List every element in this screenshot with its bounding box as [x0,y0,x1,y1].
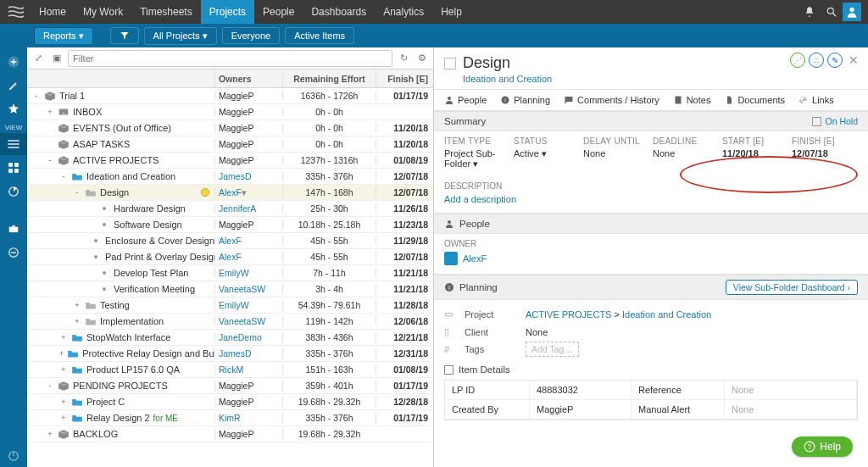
deadline-value[interactable]: None [653,148,719,170]
tree-row[interactable]: + Product LP157 6.0 QA RickM 151h - 163h… [27,362,433,378]
tab-planning[interactable]: iPlanning [500,95,550,105]
item-type-dropdown[interactable]: Project Sub-Folder ▾ [444,148,510,170]
rail-edit-icon[interactable] [0,75,27,97]
active-items-dropdown[interactable]: Active Items [285,27,354,44]
breadcrumb-ideation[interactable]: Ideation and Creation [622,309,711,320]
expand-toggle[interactable]: + [46,430,54,438]
expand-toggle[interactable]: - [46,156,54,164]
owner-link[interactable]: AlexF [219,187,242,197]
owner-link[interactable]: AlexF [219,236,242,246]
expand-toggle[interactable]: - [32,92,41,100]
user-avatar[interactable] [843,3,861,21]
rail-minus-icon[interactable] [0,242,27,264]
tree-row[interactable]: Verification Meeting VaneetaSW 3h - 4h 1… [27,281,433,297]
owner-link[interactable]: VaneetaSW [219,284,265,294]
tree-row[interactable]: Software Design MaggieP 10.18h - 25.18h … [27,217,433,233]
expand-toggle[interactable]: - [73,188,81,197]
nav-timesheets[interactable]: Timesheets [131,0,201,24]
expand-toggle[interactable]: + [59,349,64,358]
tree-row[interactable]: - Ideation and Creation JamesD 335h - 37… [27,169,433,185]
manual-alert-value[interactable]: None [725,400,857,420]
gear-icon[interactable]: ⚙ [415,51,430,66]
tab-people[interactable]: People [444,95,487,105]
breadcrumb-active-projects[interactable]: ACTIVE PROJECTS [526,309,611,320]
owner-link[interactable]: RickM [219,364,243,375]
nav-home[interactable]: Home [31,0,75,24]
edit-icon[interactable]: ✎ [827,53,843,68]
rail-list-icon[interactable] [0,133,27,155]
tree-row[interactable]: Enclosure & Cover Design AlexF 45h - 55h… [27,233,433,249]
tree-row[interactable]: + BACKLOG MaggieP 19.68h - 29.32h [27,426,433,442]
tree-row[interactable]: + StopWatch Interface JaneDemo 383h - 43… [27,330,433,346]
col-remaining[interactable]: Remaining Effort [282,69,376,87]
tree-row[interactable]: + INBOX MaggieP 0h - 0h [27,104,433,120]
expand-toggle[interactable]: - [59,172,68,181]
tree-row[interactable]: + Implementation VaneetaSW 119h - 142h 1… [27,314,433,330]
owner-link[interactable]: JenniferA [219,203,256,214]
view-dashboard-button[interactable]: View Sub-Folder Dashboard › [726,280,858,295]
all-projects-dropdown[interactable]: All Projects ▾ [144,27,217,45]
tab-notes[interactable]: Notes [673,95,711,105]
tab-comments[interactable]: Comments / History [564,95,659,105]
filter-funnel[interactable] [110,27,139,44]
tab-documents[interactable]: Documents [724,95,785,105]
rail-power-icon[interactable] [0,445,27,467]
tree-row[interactable]: + Relay Design 2 for ME KimR 335h - 376h… [27,410,433,426]
tree-row[interactable]: + Testing EmilyW 54.39h - 79.61h 11/28/1… [27,297,433,314]
nav-mywork[interactable]: My Work [75,0,131,24]
delay-until-value[interactable]: None [583,148,649,170]
share-icon[interactable]: ∴ [809,53,824,68]
nav-projects[interactable]: Projects [201,0,254,24]
tree-row[interactable]: - Trial 1 MaggieP 1636h - 1726h 01/17/19 [27,88,433,104]
search-icon[interactable] [821,3,843,21]
expand-toggle[interactable]: + [73,317,81,325]
tree-row[interactable]: Pad Print & Overlay Design AlexF 45h - 5… [27,249,433,265]
nav-analytics[interactable]: Analytics [375,0,432,24]
expand-toggle[interactable]: - [46,381,54,390]
tree-row[interactable]: - PENDING PROJECTS MaggieP 359h - 401h 0… [27,378,433,394]
reports-dropdown[interactable]: Reports ▾ [34,27,93,45]
col-owners[interactable]: Owners [214,69,282,87]
rail-star-icon[interactable] [0,98,27,120]
tree-row[interactable]: + Protective Relay Design and Build Jame… [27,346,433,362]
collapse-icon[interactable]: ▣ [49,51,64,66]
rss-icon[interactable]: ⋰ [790,53,805,68]
tree-filter-input[interactable] [68,50,392,67]
add-description-link[interactable]: Add a description [444,194,858,204]
owner-link[interactable]: EmilyW [219,300,249,310]
client-value[interactable]: None [526,327,858,337]
tree-row[interactable]: EVENTS (Out of Office) MaggieP 0h - 0h 1… [27,120,433,136]
everyone-dropdown[interactable]: Everyone [222,27,280,44]
owner-link[interactable]: AlexF [463,253,487,264]
owner-link[interactable]: JaneDemo [219,332,262,342]
tree-row[interactable]: Develop Test Plan EmilyW 7h - 11h 11/21/… [27,265,433,281]
nav-dashboards[interactable]: Dashboards [303,0,375,24]
brand-logon[interactable] [7,3,25,21]
tree-row[interactable]: Hardware Design JenniferA 25h - 30h 11/2… [27,201,433,217]
expand-toggle[interactable]: + [46,108,54,116]
nav-people[interactable]: People [254,0,303,24]
expand-toggle[interactable]: + [59,414,68,422]
on-hold-checkbox[interactable] [812,117,821,126]
expand-toggle[interactable]: + [73,301,81,309]
col-finish[interactable]: Finish [E] [376,69,433,87]
expand-icon[interactable]: ⤢ [31,51,46,66]
owner-link[interactable]: KimR [219,413,241,423]
bell-icon[interactable] [798,3,821,21]
tree-row[interactable]: ASAP TASKS MaggieP 0h - 0h 11/20/18 [27,136,433,153]
rail-briefcase-icon[interactable] [0,218,27,240]
rail-add-icon[interactable] [0,51,27,73]
add-tag-input[interactable]: Add Tag… [526,342,579,357]
owner-link[interactable]: JamesD [219,171,252,181]
tree-row[interactable]: - ACTIVE PROJECTS MaggieP 1237h - 1316h … [27,153,433,169]
tree-row[interactable]: - Design AlexF ▾ 147h - 168h 12/07/18 [27,185,433,201]
tree-row[interactable]: + Project C MaggieP 19.68h - 29.32h 12/2… [27,394,433,410]
owner-link[interactable]: AlexF [219,252,242,262]
status-dropdown[interactable]: Active ▾ [514,148,580,170]
owner-link[interactable]: JamesD [219,348,252,359]
rail-grid-icon[interactable] [0,157,27,179]
close-icon[interactable]: ✕ [846,53,861,68]
expand-toggle[interactable]: + [59,398,68,406]
tab-links[interactable]: Links [798,95,834,105]
owner-link[interactable]: EmilyW [219,268,249,278]
